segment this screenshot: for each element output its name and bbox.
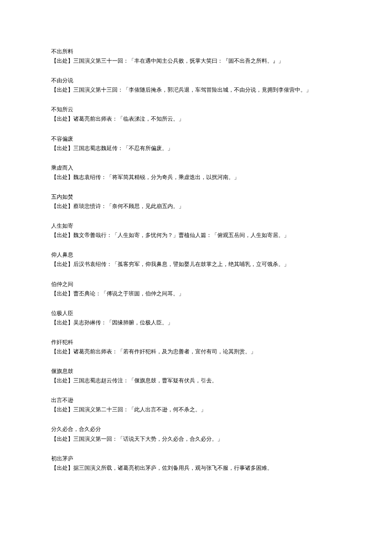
idiom-entry: 初出茅庐 【出处】据三国演义所载，诸葛亮初出茅庐，佐刘备用兵，观与张飞不服，行事… [51,454,341,473]
idiom-source: 【出处】诸葛亮前出师表：「临表涕泣，不知所云。」 [51,114,341,124]
idiom-entry: 不由分说 【出处】三国演义第十三回：「李傕随后掩杀，郭汜兵退，车驾冒险出城，不由… [51,76,341,95]
idiom-source: 【出处】魏文帝善哉行：「人生如寄，多忧何为？」曹植仙人篇：「俯观五岳间，人生如寄… [51,231,341,240]
idiom-source: 【出处】三国演义第一回：「话说天下大势，分久必合，合久必分。」 [51,434,341,444]
idiom-entry: 乘虚而入 【出处】魏志袁绍传：「将军简其精锐，分为奇兵，乘虚迭出，以扰河南。」 [51,163,341,182]
idiom-title: 不容偏废 [51,134,341,144]
idiom-title: 位极人臣 [51,309,341,318]
idiom-source: 【出处】三国志蜀志魏延传：「不忍有所偏废。」 [51,144,341,153]
idiom-title: 偃旗息鼓 [51,367,341,376]
idiom-entry: 分久必合，合久必分 【出处】三国演义第一回：「话说天下大势，分久必合，合久必分。… [51,425,341,443]
idiom-entry: 伯仲之间 【出处】曹丕典论：「傅说之于班固，伯仲之间耳。」 [51,280,341,298]
idiom-entry: 偃旗息鼓 【出处】三国志蜀志赵云传注：「偃旗息鼓，曹军疑有伏兵，引去。 [51,367,341,385]
idiom-entry: 出言不逊 【出处】三国演义第二十三回：「此人出言不逊，何不杀之。」 [51,396,341,414]
document-page: 不出所料 【出处】三国演义第三十一回：「丰在遇中闻主公兵败，抚掌大笑曰：『固不出… [0,0,392,555]
idiom-source: 【出处】吴志孙綝传：「因缘肺腑，位极人臣。」 [51,318,341,327]
idiom-entry: 位极人臣 【出处】吴志孙綝传：「因缘肺腑，位极人臣。」 [51,309,341,327]
idiom-title: 不知所云 [51,105,341,114]
idiom-title: 五内如焚 [51,192,341,202]
idiom-source: 【出处】三国演义第二十三回：「此人出言不逊，何不杀之。」 [51,405,341,414]
idiom-title: 分久必合，合久必分 [51,425,341,434]
idiom-entry: 人生如寄 【出处】魏文帝善哉行：「人生如寄，多忧何为？」曹植仙人篇：「俯观五岳间… [51,221,341,240]
idiom-source: 【出处】三国志蜀志赵云传注：「偃旗息鼓，曹军疑有伏兵，引去。 [51,376,341,385]
idiom-entry: 五内如焚 【出处】蔡琰悲愤诗：「奈何不顾思，见此崩五内。」 [51,192,341,211]
idiom-source: 【出处】蔡琰悲愤诗：「奈何不顾思，见此崩五内。」 [51,202,341,211]
idiom-title: 作奸犯科 [51,338,341,347]
idiom-entry: 作奸犯科 【出处】诸葛亮前出师表：「若有作奸犯科，及为忠善者，宜付有司，论其刑赏… [51,338,341,356]
idiom-title: 人生如寄 [51,221,341,231]
idiom-source: 【出处】三国演义第三十一回：「丰在遇中闻主公兵败，抚掌大笑曰：『固不出吾之所料。… [51,56,341,66]
idiom-source: 【出处】曹丕典论：「傅说之于班固，伯仲之间耳。」 [51,289,341,298]
idiom-title: 仰人鼻息 [51,250,341,260]
idiom-source: 【出处】后汉书袁绍传：「孤客穷军，仰我鼻息，譬如婴儿在鼓掌之上，绝其哺乳，立可饿… [51,260,341,269]
idiom-source: 【出处】魏志袁绍传：「将军简其精锐，分为奇兵，乘虚迭出，以扰河南。」 [51,173,341,182]
idiom-entry: 不容偏废 【出处】三国志蜀志魏延传：「不忍有所偏废。」 [51,134,341,153]
idiom-source: 【出处】据三国演义所载，诸葛亮初出茅庐，佐刘备用兵，观与张飞不服，行事诸多困难。 [51,463,341,473]
idiom-title: 不出所料 [51,47,341,56]
idiom-entry: 仰人鼻息 【出处】后汉书袁绍传：「孤客穷军，仰我鼻息，譬如婴儿在鼓掌之上，绝其哺… [51,250,341,269]
idiom-source: 【出处】诸葛亮前出师表：「若有作奸犯科，及为忠善者，宜付有司，论其刑赏。」 [51,347,341,356]
idiom-title: 初出茅庐 [51,454,341,463]
idiom-entry: 不知所云 【出处】诸葛亮前出师表：「临表涕泣，不知所云。」 [51,105,341,124]
idiom-title: 出言不逊 [51,396,341,405]
idiom-title: 伯仲之间 [51,280,341,289]
idiom-entry: 不出所料 【出处】三国演义第三十一回：「丰在遇中闻主公兵败，抚掌大笑曰：『固不出… [51,47,341,66]
idiom-title: 不由分说 [51,76,341,85]
idiom-source: 【出处】三国演义第十三回：「李傕随后掩杀，郭汜兵退，车驾冒险出城，不由分说，竟拥… [51,85,341,95]
idiom-title: 乘虚而入 [51,163,341,173]
